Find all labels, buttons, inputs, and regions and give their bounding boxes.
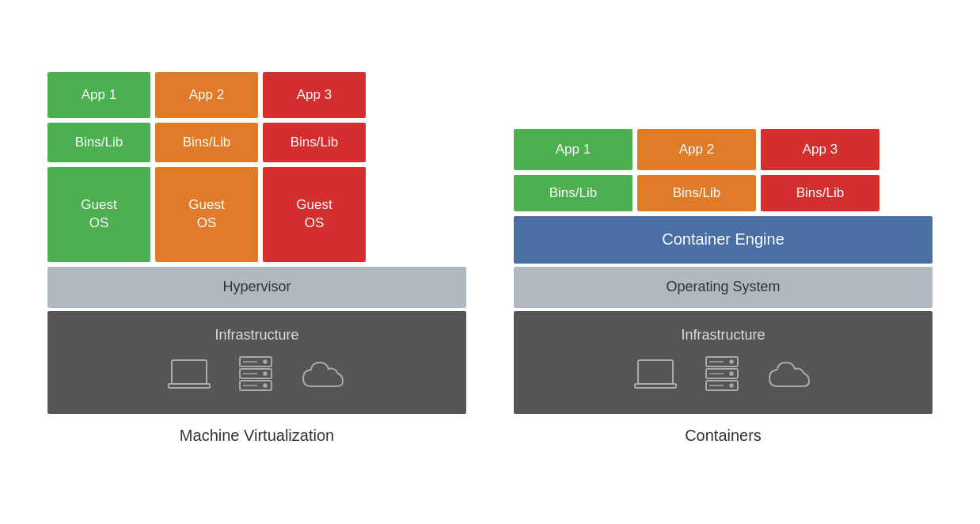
vm-bins3: Bins/Lib [263, 123, 366, 162]
ct-label: Containers [685, 427, 762, 445]
server-icon [235, 353, 276, 398]
ct-laptop-icon [632, 356, 679, 398]
vm-app-row: App 1 App 2 App 3 [47, 72, 466, 118]
ct-cloud-icon [765, 358, 815, 398]
svg-point-20 [730, 384, 733, 387]
vm-diagram: App 1 App 2 App 3 Bins/Lib Bins/Lib Bins… [47, 72, 466, 417]
vm-column: App 1 App 2 App 3 Bins/Lib Bins/Lib Bins… [47, 72, 466, 445]
vm-app2: App 2 [155, 72, 258, 118]
ct-app-row: App 1 App 2 App 3 [514, 129, 933, 170]
cloud-icon [298, 358, 349, 398]
svg-point-7 [264, 372, 267, 375]
svg-rect-12 [638, 360, 673, 384]
vm-infra-label: Infrastructure [215, 327, 298, 344]
vm-guest2: GuestOS [155, 167, 258, 262]
vm-app3: App 3 [263, 72, 366, 118]
ct-infra: Infrastructure [514, 311, 933, 414]
ct-app1: App 1 [514, 129, 632, 170]
svg-point-19 [730, 372, 733, 375]
ct-infra-label: Infrastructure [681, 327, 765, 344]
ct-icons [632, 353, 815, 398]
laptop-icon [165, 356, 213, 398]
ct-app3: App 3 [761, 129, 879, 170]
ct-bins-row: Bins/Lib Bins/Lib Bins/Lib [514, 175, 933, 211]
ct-app2: App 2 [637, 129, 756, 170]
vm-icons [165, 353, 349, 398]
vm-bins-row: Bins/Lib Bins/Lib Bins/Lib [47, 123, 466, 162]
svg-point-18 [730, 360, 733, 363]
vm-guest-row: GuestOS GuestOS GuestOS [47, 167, 466, 262]
vm-bins2: Bins/Lib [155, 123, 258, 162]
ct-bins1: Bins/Lib [514, 175, 632, 211]
vm-guest3: GuestOS [263, 167, 366, 262]
ct-column: App 1 App 2 App 3 Bins/Lib Bins/Lib Bins… [514, 129, 933, 445]
ct-bins3: Bins/Lib [761, 175, 879, 211]
vm-app1: App 1 [47, 72, 150, 118]
ct-bins2: Bins/Lib [637, 175, 756, 211]
svg-point-8 [264, 384, 267, 387]
main-container: App 1 App 2 App 3 Bins/Lib Bins/Lib Bins… [0, 56, 980, 469]
ct-engine: Container Engine [514, 216, 933, 264]
ct-os: Operating System [514, 267, 933, 308]
svg-rect-0 [172, 360, 207, 384]
vm-bins1: Bins/Lib [47, 123, 150, 162]
vm-guest1: GuestOS [47, 167, 150, 262]
svg-point-6 [264, 360, 267, 363]
ct-diagram: App 1 App 2 App 3 Bins/Lib Bins/Lib Bins… [514, 129, 933, 417]
vm-infra: Infrastructure [47, 311, 466, 414]
ct-server-icon [701, 353, 743, 398]
vm-hypervisor: Hypervisor [47, 267, 466, 308]
vm-label: Machine Virtualization [180, 427, 334, 445]
